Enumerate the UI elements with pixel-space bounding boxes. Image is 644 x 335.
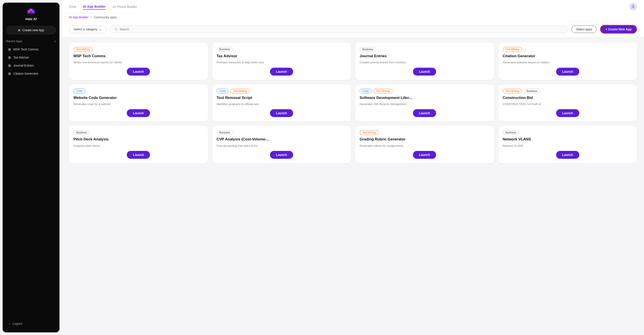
card-tags: CodeText Writing xyxy=(360,89,490,93)
sidebar-app-name: MSP Tech Comms xyxy=(13,48,38,51)
select-apps-button[interactable]: Select apps xyxy=(572,25,596,33)
app-list-icon: ▣ xyxy=(8,55,11,59)
card-desc: CONSTRUCTION: 1st Draft of xyxy=(503,102,633,106)
top-nav: ChatAI App BuilderAI Phone Builder xyxy=(62,0,644,13)
breadcrumb-link[interactable]: AI App Builder xyxy=(69,15,88,19)
card-desc: Analyzes pitch decks xyxy=(74,144,204,148)
app-list-icon: ▣ xyxy=(8,71,11,75)
tag-business: Business xyxy=(217,47,233,52)
card-tags: Text Writing xyxy=(74,47,204,52)
card-title: Network VLANS xyxy=(503,137,633,141)
search-input[interactable] xyxy=(120,27,563,31)
app-card: Business CVP Analysis (Cost-Volume-... C… xyxy=(212,126,351,163)
chevron-down-icon: ⌄ xyxy=(99,27,102,31)
tag-text-writing: Text Writing xyxy=(503,47,522,52)
card-desc: Provides measures to help lower your xyxy=(217,60,347,64)
card-title: Tax Advisor xyxy=(217,54,347,58)
card-desc: Identifies programs to offload and xyxy=(217,102,347,106)
card-tags: Text WritingBusiness xyxy=(503,89,633,93)
create-new-app-button[interactable]: + Create New App xyxy=(600,25,637,34)
category-select[interactable]: Select a category ⌄ xyxy=(69,25,106,33)
chevron-up-icon: ∧ xyxy=(54,40,56,43)
launch-button[interactable]: Launch xyxy=(270,109,293,117)
launch-button[interactable]: Launch xyxy=(270,151,293,159)
app-card: Business Network VLANS Network VLANS Lau… xyxy=(498,126,637,163)
sidebar-app-name: Tax Advisor xyxy=(13,56,29,59)
card-desc: Generates SW lifecycle management xyxy=(360,102,490,106)
card-title: CVP Analysis (Cost-Volume-... xyxy=(217,137,347,141)
card-tags: Business xyxy=(360,47,490,52)
breadcrumb-current: Community apps xyxy=(94,15,117,19)
main-content: ChatAI App BuilderAI Phone Builder AI Ap… xyxy=(62,0,644,335)
launch-button[interactable]: Launch xyxy=(127,109,150,117)
app-card: CodeText Writing Software Development Li… xyxy=(355,84,494,122)
tag-code: Code xyxy=(360,89,372,93)
card-title: Citation Generator xyxy=(503,54,633,58)
card-tags: CodeText Writing xyxy=(217,89,347,93)
card-title: Website Code Generator xyxy=(74,96,204,100)
launch-button[interactable]: Launch xyxy=(270,68,293,75)
launch-button[interactable]: Launch xyxy=(413,151,436,159)
logo: Hatz AI xyxy=(6,8,56,21)
tag-code: Code xyxy=(217,89,229,93)
launch-button[interactable]: Launch xyxy=(556,68,579,75)
nav-tab-ai-phone-builder[interactable]: AI Phone Builder xyxy=(112,4,137,9)
app-list-icon: ▣ xyxy=(8,63,11,67)
sidebar-item-tax-advisor[interactable]: ▣ Tax Advisor xyxy=(6,53,56,61)
logout-button[interactable]: → Logout xyxy=(6,320,56,327)
card-desc: Generates rubrics for assignments, xyxy=(360,144,490,148)
card-title: Journal Entries xyxy=(360,54,490,58)
nav-tab-chat[interactable]: Chat xyxy=(69,4,76,9)
tag-business: Business xyxy=(74,130,90,135)
card-desc: Creates journal entries from invoices xyxy=(360,60,490,64)
launch-button[interactable]: Launch xyxy=(556,109,579,117)
app-card: Text WritingBusiness Construction Bid CO… xyxy=(498,84,637,122)
nav-tab-ai-app-builder[interactable]: AI App Builder xyxy=(83,4,106,9)
launch-button[interactable]: Launch xyxy=(127,68,150,75)
card-title: MSP Tech Comms xyxy=(74,54,204,58)
card-tags: Business xyxy=(217,130,347,135)
logout-icon: → xyxy=(8,322,11,326)
sidebar-item-citation-generator[interactable]: ▣ Citation Generator xyxy=(6,70,56,77)
plus-icon: ⊕ xyxy=(18,28,20,32)
app-card: Code Website Code Generator Generates co… xyxy=(69,84,208,122)
card-tags: Business xyxy=(217,47,347,52)
launch-button[interactable]: Launch xyxy=(127,151,150,159)
launch-button[interactable]: Launch xyxy=(556,151,579,159)
sidebar-item-msp-tech-comms[interactable]: ▣ MSP Tech Comms xyxy=(6,45,56,53)
breadcrumb-separator: > xyxy=(90,15,92,19)
toolbar: Select a category ⌄ Select apps + Create… xyxy=(62,21,644,37)
card-tags: Text Writing xyxy=(360,130,490,135)
tag-text-writing: Text Writing xyxy=(230,89,250,93)
sidebar-item-journal-entries[interactable]: ▣ Journal Entries xyxy=(6,62,56,69)
app-grid-container: Text Writing MSP Tech Comms Writes non-t… xyxy=(62,37,644,335)
card-desc: Writes non-technical reports for clients xyxy=(74,60,204,64)
breadcrumb: AI App Builder > Community apps xyxy=(62,13,644,21)
app-list-icon: ▣ xyxy=(8,47,11,51)
card-tags: Text Writing xyxy=(503,47,633,52)
card-title: Software Development Lifec... xyxy=(360,96,490,100)
card-tags: Code xyxy=(74,89,204,93)
search-box xyxy=(110,25,568,33)
app-card: Text Writing Grading Rubric Generator Ge… xyxy=(355,126,494,163)
card-desc: Generates citations based on citation xyxy=(503,60,633,64)
launch-button[interactable]: Launch xyxy=(413,68,436,75)
card-desc: Cost accounting that looks at the xyxy=(217,144,347,148)
svg-point-4 xyxy=(632,5,634,7)
launch-button[interactable]: Launch xyxy=(413,109,436,117)
app-card: Business Journal Entries Creates journal… xyxy=(355,42,494,80)
card-title: Grading Rubric Generator xyxy=(360,137,490,141)
nav-tabs: ChatAI App BuilderAI Phone Builder xyxy=(69,4,137,9)
sidebar-create-app-button[interactable]: ⊕ Create new App xyxy=(6,26,56,34)
app-card: Business Pitch Deck Analysis Analyzes pi… xyxy=(69,126,208,163)
card-tags: Business xyxy=(503,130,633,135)
tag-business: Business xyxy=(524,89,540,93)
card-title: Construction Bid xyxy=(503,96,633,100)
sidebar-app-name: Citation Generator xyxy=(13,72,38,75)
card-desc: Generates code for a website xyxy=(74,102,204,106)
tag-text-writing: Text Writing xyxy=(373,89,392,93)
app-grid: Text Writing MSP Tech Comms Writes non-t… xyxy=(69,42,637,163)
card-title: Tool Removal Script xyxy=(217,96,347,100)
sidebar: Hatz AI ⊕ Create new App Recent Apps ∧ ▣… xyxy=(2,2,60,333)
user-avatar[interactable] xyxy=(629,2,637,10)
